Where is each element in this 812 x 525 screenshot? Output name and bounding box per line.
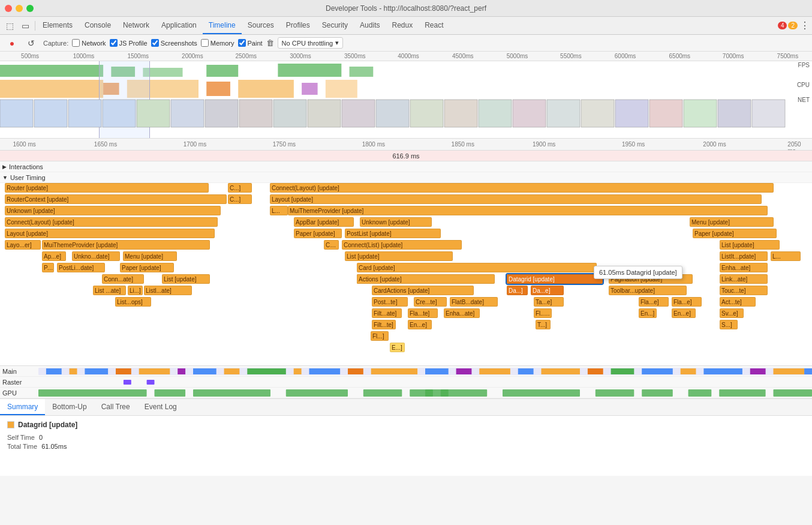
flame-block-b26[interactable]: List [update] <box>345 251 453 261</box>
flame-block-b18[interactable]: Layo...er] <box>5 240 41 250</box>
flame-block-b54[interactable]: Fla...e] <box>639 297 669 307</box>
clear-button[interactable]: 🗑 <box>266 38 274 47</box>
flame-block-b25[interactable]: Menu [update] <box>123 251 177 261</box>
tab-console[interactable]: Console <box>79 17 117 34</box>
flame-block-b7[interactable]: Unknown [update] <box>5 206 221 215</box>
flame-block-b66[interactable]: T...] <box>536 320 551 329</box>
memory-checkbox[interactable] <box>201 39 209 47</box>
tab-network[interactable]: Network <box>117 17 155 34</box>
settings-icon[interactable]: ⋮ <box>800 20 810 31</box>
flame-block-b1[interactable]: Router [update] <box>5 183 209 193</box>
tab-event-log[interactable]: Event Log <box>137 399 184 415</box>
flame-block-b65[interactable]: En...e] <box>408 320 432 329</box>
tab-bottom-up[interactable]: Bottom-Up <box>45 399 94 415</box>
tab-react[interactable]: React <box>419 17 449 34</box>
flame-block-b34[interactable]: Conn...ate] <box>102 274 144 284</box>
flame-block-b8[interactable]: L... <box>270 206 288 215</box>
flame-block-b9[interactable]: MuiThemeProvider [update] <box>288 206 768 215</box>
flame-block-b64[interactable]: Filt...te] <box>372 320 396 329</box>
flame-block-b62[interactable]: En...e] <box>672 308 696 318</box>
flame-block-b38[interactable]: Datagrid [update] <box>507 274 603 284</box>
flame-block-b45[interactable]: Da...] <box>507 286 528 295</box>
flame-block-b3[interactable]: Connect(Layout) [update] <box>270 183 774 193</box>
flame-block-b17[interactable]: Paper [update] <box>693 229 777 238</box>
flame-block-b57[interactable]: Filt...ate] <box>372 308 402 318</box>
flame-block-b10[interactable]: Connect(Layout) [update] <box>5 217 218 227</box>
record-button[interactable]: ● <box>5 36 19 50</box>
tab-profiles[interactable]: Profiles <box>280 17 316 34</box>
flame-block-b67[interactable]: S...] <box>720 320 738 329</box>
network-checkbox[interactable] <box>72 39 80 47</box>
flame-block-b69[interactable]: E...] <box>390 343 405 352</box>
flame-block-b12[interactable]: Unknown [update] <box>360 217 432 227</box>
flame-block-b48[interactable]: Touc...te] <box>720 286 768 295</box>
close-button[interactable] <box>5 5 12 12</box>
flame-block-b53[interactable]: Ta...e] <box>534 297 564 307</box>
raster-thread-row[interactable]: Raster <box>0 377 812 388</box>
flame-block-b11[interactable]: AppBar [update] <box>294 217 354 227</box>
flame-block-b24[interactable]: Unkno...date] <box>72 251 120 261</box>
flame-block-b50[interactable]: Post...te] <box>372 297 408 307</box>
flame-block-b60[interactable]: Fl...e] <box>534 308 552 318</box>
screenshots-checkbox[interactable] <box>151 39 159 47</box>
minimize-button[interactable] <box>16 5 23 12</box>
screenshots-checkbox-item[interactable]: Screenshots <box>151 39 197 47</box>
flame-block-b63[interactable]: Sv...e] <box>720 308 744 318</box>
user-timing-section[interactable]: ▼ User Timing <box>0 172 812 183</box>
flame-block-b6[interactable]: Layout [update] <box>270 194 762 204</box>
flame-block-b33[interactable]: Enha...ate] <box>720 263 768 272</box>
js-profile-checkbox[interactable] <box>110 39 118 47</box>
flame-block-b37[interactable]: Actions [update] <box>357 274 495 284</box>
main-thread-row[interactable]: Main <box>0 366 812 377</box>
flame-block-b32[interactable]: Card [update] <box>357 263 597 272</box>
flame-block-b21[interactable]: Connect(List) [update] <box>342 240 462 250</box>
tab-sources[interactable]: Sources <box>242 17 280 34</box>
flame-block-b44[interactable]: CardActions [update] <box>372 286 474 295</box>
tab-redux[interactable]: Redux <box>386 17 419 34</box>
reload-record-button[interactable]: ↺ <box>24 36 38 50</box>
gpu-thread-row[interactable]: GPU <box>0 388 812 398</box>
flame-block-b2[interactable]: C...] <box>228 183 252 193</box>
flame-block-b41[interactable]: List ...ate] <box>93 286 126 295</box>
flame-block-b43[interactable]: Listl...ate] <box>144 286 192 295</box>
flame-block-b19[interactable]: MuiThemeProvider [update] <box>42 240 210 250</box>
flame-block-b27[interactable]: ListIt...pdate] <box>720 251 768 261</box>
paint-checkbox-item[interactable]: Paint <box>238 39 263 47</box>
flame-block-b30[interactable]: PostLi...date] <box>57 263 105 272</box>
flame-block-b61[interactable]: En...] <box>639 308 657 318</box>
flame-chart[interactable]: 61.05ms Datagrid [update] Router [update… <box>0 183 812 365</box>
flame-block-b22[interactable]: List [update] <box>720 240 780 250</box>
flame-block-b28[interactable]: L... <box>771 251 801 261</box>
tab-application[interactable]: Application <box>155 17 203 34</box>
flame-block-b46[interactable]: Da...e] <box>531 286 564 295</box>
flame-block-b4[interactable]: RouterContext [update] <box>5 194 227 204</box>
tab-call-tree[interactable]: Call Tree <box>94 399 137 415</box>
tab-timeline[interactable]: Timeline <box>203 17 242 34</box>
flame-block-b55[interactable]: Fla...e] <box>672 297 702 307</box>
flame-block-b29[interactable]: P...] <box>42 263 54 272</box>
tab-elements[interactable]: Elements <box>37 17 79 34</box>
flame-block-b49[interactable]: List...ops] <box>115 297 151 307</box>
memory-checkbox-item[interactable]: Memory <box>201 39 234 47</box>
network-checkbox-item[interactable]: Network <box>72 39 106 47</box>
flame-block-b5[interactable]: C...] <box>228 194 252 204</box>
inspect-icon[interactable]: ⬚ <box>2 19 17 33</box>
flame-block-b56[interactable]: Act...te] <box>720 297 756 307</box>
tab-security[interactable]: Security <box>316 17 354 34</box>
flame-block-b15[interactable]: Paper [update] <box>294 229 342 238</box>
tab-audits[interactable]: Audits <box>354 17 386 34</box>
tab-summary[interactable]: Summary <box>0 399 45 415</box>
fullscreen-button[interactable] <box>26 5 34 12</box>
flame-block-b59[interactable]: Enha...ate] <box>444 308 480 318</box>
flame-block-b40[interactable]: Link...ate] <box>720 274 768 284</box>
device-icon[interactable]: ▭ <box>18 19 32 33</box>
flame-block-b51[interactable]: Cre...te] <box>414 297 447 307</box>
flame-block-b47[interactable]: Toolbar...update] <box>609 286 687 295</box>
flame-block-b58[interactable]: Fla...te] <box>408 308 438 318</box>
flame-block-b20[interactable]: Ci...] <box>324 240 339 250</box>
flame-block-b23[interactable]: Ap...e] <box>42 251 66 261</box>
flame-block-b31[interactable]: Paper [update] <box>120 263 174 272</box>
flame-block-b35[interactable]: List [update] <box>162 274 210 284</box>
js-profile-checkbox-item[interactable]: JS Profile <box>110 39 148 47</box>
flame-block-b52[interactable]: FlatB...date] <box>450 297 498 307</box>
